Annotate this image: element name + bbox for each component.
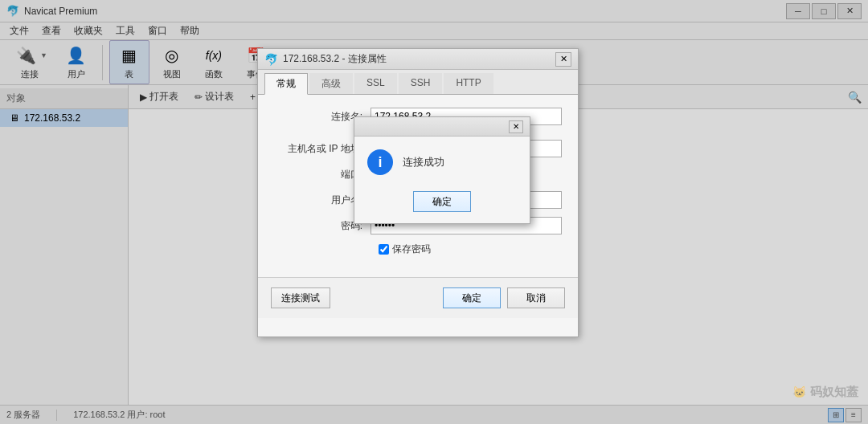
watermark: 🐱 码奴知蓋 <box>792 383 858 400</box>
success-title-bar: ✕ <box>354 117 530 137</box>
success-dialog: ✕ i 连接成功 确定 <box>354 116 530 224</box>
success-info-icon: i <box>367 149 393 175</box>
success-message: 连接成功 <box>403 155 444 169</box>
watermark-text: 码奴知蓋 <box>810 385 858 398</box>
tab-general[interactable]: 常规 <box>264 73 308 95</box>
success-ok-btn[interactable]: 确定 <box>413 191 471 212</box>
success-footer: 确定 <box>354 185 530 223</box>
success-close-btn[interactable]: ✕ <box>509 120 523 133</box>
watermark-icon: 🐱 <box>792 385 806 398</box>
success-dialog-overlay: ✕ i 连接成功 确定 <box>0 0 868 424</box>
success-body: i 连接成功 <box>354 137 530 185</box>
